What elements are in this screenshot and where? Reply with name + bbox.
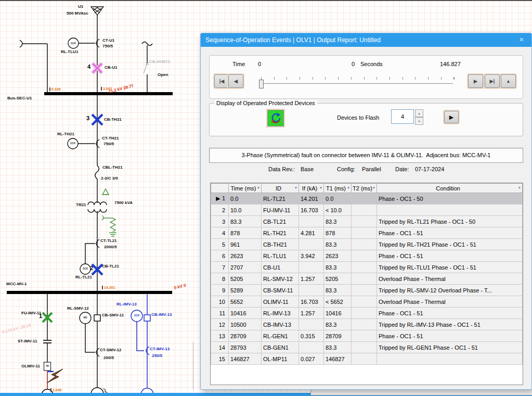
- ct-tl21-symbol[interactable]: [96, 239, 99, 248]
- table-cell[interactable]: 878: [324, 227, 352, 239]
- table-cell[interactable]: [299, 319, 324, 330]
- table-cell[interactable]: Phase - OC1 - 50: [377, 193, 523, 205]
- table-cell[interactable]: < 5652: [324, 296, 352, 308]
- table-cell[interactable]: CB-SMV-11: [262, 285, 299, 296]
- table-cell[interactable]: [352, 296, 377, 308]
- table-cell[interactable]: < 10.0: [324, 205, 352, 216]
- table-cell[interactable]: 16.703: [299, 205, 324, 216]
- ct-th21-symbol[interactable]: [96, 139, 99, 148]
- table-cell[interactable]: [352, 227, 377, 239]
- table-cell[interactable]: 1.257: [299, 273, 324, 285]
- table-cell[interactable]: 14.201: [299, 193, 324, 205]
- utility-u1-symbol[interactable]: [91, 7, 103, 15]
- table-cell[interactable]: OL-MP11: [262, 353, 299, 365]
- table-cell[interactable]: [299, 342, 324, 353]
- table-cell[interactable]: Tripped by RL-TH21 Phase - OC1 - 51: [377, 239, 523, 250]
- table-row[interactable]: 383.3CB-TL2183.3Tripped by RL-TL21 Phase…: [211, 216, 523, 227]
- next-step-button[interactable]: ▶: [468, 74, 483, 88]
- table-cell[interactable]: 2623: [324, 250, 352, 262]
- table-cell[interactable]: 0.0: [229, 193, 262, 205]
- ct-smv-12-symbol[interactable]: [96, 348, 99, 356]
- table-cell[interactable]: 0.0: [324, 193, 352, 205]
- table-cell[interactable]: 1.257: [299, 308, 324, 319]
- table-cell[interactable]: 12: [211, 319, 229, 330]
- table-cell[interactable]: 83.3: [229, 216, 262, 227]
- table-cell[interactable]: 2: [211, 205, 229, 216]
- table-row[interactable]: ▶ 10.0RL-TL2114.2010.0Phase - OC1 - 50: [211, 193, 523, 205]
- table-cell[interactable]: [377, 205, 523, 216]
- table-cell[interactable]: 5205: [229, 273, 262, 285]
- table-cell[interactable]: Tripped by RL-IMV-13 Phase - OC1 - 51: [377, 319, 523, 330]
- table-row[interactable]: 1110416RL-IMV-131.25710416Phase - OC1 - …: [211, 308, 523, 319]
- breaker-cb-smv-11-symbol[interactable]: [94, 315, 100, 321]
- ct-u1-symbol[interactable]: [96, 39, 99, 47]
- table-cell[interactable]: 0.027: [299, 353, 324, 365]
- table-cell[interactable]: 9: [211, 285, 229, 296]
- table-cell[interactable]: CB-TL21: [262, 216, 299, 227]
- table-row[interactable]: 15146827OL-MP110.027146827: [211, 353, 523, 365]
- table-cell[interactable]: FU-IMV-11: [262, 205, 299, 216]
- table-cell[interactable]: 28709: [324, 330, 352, 342]
- filter-arrow-icon[interactable]: ▼: [257, 186, 260, 189]
- last-step-button[interactable]: ▶|: [485, 74, 500, 88]
- table-cell[interactable]: 83.3: [324, 342, 352, 353]
- table-cell[interactable]: 5289: [229, 285, 262, 296]
- header-t1[interactable]: T1 (ms)▼: [324, 184, 352, 193]
- table-cell[interactable]: Tripped by RL-TL21 Phase - OC1 - 50: [377, 216, 523, 227]
- devices-to-flash-input[interactable]: 4: [391, 109, 414, 124]
- filter-arrow-icon[interactable]: ▼: [294, 186, 297, 189]
- table-cell[interactable]: CB-U1: [262, 262, 299, 273]
- table-cell[interactable]: RL-TLU1: [262, 250, 299, 262]
- table-cell[interactable]: [352, 285, 377, 296]
- table-cell[interactable]: RL-TH21: [262, 227, 299, 239]
- header-if[interactable]: If (kA)▼: [299, 184, 324, 193]
- table-cell[interactable]: RL-SMV-12: [262, 273, 299, 285]
- table-cell[interactable]: [352, 193, 377, 205]
- play-flash-button[interactable]: ▶: [444, 111, 459, 123]
- table-row[interactable]: 4878RL-TH214.281878Phase - OC1 - 51: [211, 227, 523, 239]
- table-row[interactable]: 210.0FU-IMV-1116.703< 10.0: [211, 205, 523, 216]
- breaker-cb-hvbt2-open-symbol[interactable]: [144, 62, 149, 73]
- table-cell[interactable]: 4: [211, 227, 229, 239]
- table-cell[interactable]: 28793: [229, 342, 262, 353]
- table-cell[interactable]: [352, 273, 377, 285]
- table-cell[interactable]: [299, 216, 324, 227]
- filter-arrow-icon[interactable]: ▼: [319, 186, 322, 189]
- table-cell[interactable]: [352, 330, 377, 342]
- table-cell[interactable]: Phase - OC1 - 51: [377, 227, 523, 239]
- table-cell[interactable]: 2707: [229, 262, 262, 273]
- table-cell[interactable]: 14: [211, 342, 229, 353]
- table-cell[interactable]: 5652: [229, 296, 262, 308]
- table-cell[interactable]: RL-GEN1: [262, 330, 299, 342]
- table-cell[interactable]: 16.703: [299, 296, 324, 308]
- table-cell[interactable]: 13: [211, 330, 229, 342]
- table-cell[interactable]: [352, 205, 377, 216]
- close-icon[interactable]: ×: [517, 35, 526, 44]
- table-cell[interactable]: ▶ 1: [211, 193, 229, 205]
- table-cell[interactable]: 28709: [229, 330, 262, 342]
- table-cell[interactable]: [352, 308, 377, 319]
- table-cell[interactable]: 7: [211, 262, 229, 273]
- table-row[interactable]: 85205RL-SMV-121.2575205Overload Phase - …: [211, 273, 523, 285]
- filter-arrow-icon[interactable]: ▼: [372, 186, 375, 189]
- dialog-title-bar[interactable]: Sequence-of-Operation Events | OLV1 | Ou…: [201, 33, 531, 47]
- table-cell[interactable]: 4.281: [299, 227, 324, 239]
- table-row[interactable]: 62623RL-TLU13.9422623Phase - OC1 - 51: [211, 250, 523, 262]
- table-cell[interactable]: [299, 262, 324, 273]
- flash-devices-button[interactable]: [267, 110, 284, 126]
- table-cell[interactable]: 146827: [229, 353, 262, 365]
- table-cell[interactable]: 83.3: [324, 319, 352, 330]
- table-cell[interactable]: CB-IMV-13: [262, 319, 299, 330]
- table-cell[interactable]: [352, 262, 377, 273]
- table-cell[interactable]: 83.3: [324, 216, 352, 227]
- table-cell[interactable]: CB-TH21: [262, 239, 299, 250]
- table-cell[interactable]: 10416: [229, 308, 262, 319]
- table-row[interactable]: 1428793CB-GEN183.3Tripped by RL-GEN1 Pha…: [211, 342, 523, 353]
- table-cell[interactable]: 5205: [324, 273, 352, 285]
- breaker-cb-imv-13-symbol[interactable]: [144, 315, 150, 321]
- table-cell[interactable]: 83.3: [324, 239, 352, 250]
- table-cell[interactable]: [352, 216, 377, 227]
- table-cell[interactable]: 2623: [229, 250, 262, 262]
- table-cell[interactable]: 3.942: [299, 250, 324, 262]
- table-cell[interactable]: Tripped by RL-SMV-12 Overload Phase - T.…: [377, 285, 523, 296]
